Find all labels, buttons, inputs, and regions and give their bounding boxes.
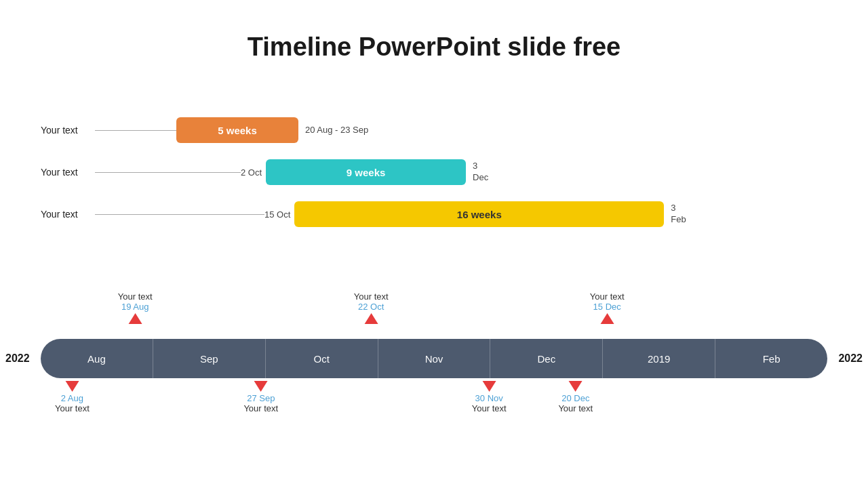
segment-dec: Dec bbox=[490, 339, 603, 378]
gantt-date-end-2: 3 Dec bbox=[473, 161, 488, 184]
triangle-down-3 bbox=[482, 381, 496, 392]
below-marker-4: 20 Dec Your text bbox=[558, 381, 593, 413]
gantt-bar-3: 16 weeks bbox=[294, 201, 664, 227]
gantt-line-3 bbox=[95, 214, 264, 215]
gantt-area: Your text 5 weeks 20 Aug - 23 Sep Your t… bbox=[41, 115, 827, 241]
segment-sep: Sep bbox=[153, 339, 266, 378]
above-marker-3: Your text 15 Dec bbox=[590, 291, 625, 324]
triangle-up-2 bbox=[364, 313, 378, 324]
gantt-label-3: Your text bbox=[41, 209, 95, 220]
triangle-down-4 bbox=[569, 381, 583, 392]
year-label-left: 2022 bbox=[5, 352, 30, 365]
below-marker-1: 2 Aug Your text bbox=[55, 381, 90, 413]
below-marker-3: 30 Nov Your text bbox=[472, 381, 507, 413]
below-marker-2: 27 Sep Your text bbox=[243, 381, 278, 413]
gantt-date-end-1: 20 Aug - 23 Sep bbox=[305, 125, 368, 136]
gantt-label-2: Your text bbox=[41, 167, 95, 178]
triangle-down-2 bbox=[254, 381, 268, 392]
segment-feb: Feb bbox=[715, 339, 827, 378]
gantt-line-1 bbox=[95, 130, 176, 131]
triangle-up-3 bbox=[600, 313, 614, 324]
gantt-row-1: Your text 5 weeks 20 Aug - 23 Sep bbox=[41, 115, 827, 145]
triangle-up-1 bbox=[128, 313, 142, 324]
year-label-right: 2022 bbox=[838, 352, 863, 365]
segment-oct: Oct bbox=[266, 339, 378, 378]
gantt-date-start-3: 15 Oct bbox=[264, 209, 290, 220]
gantt-line-2 bbox=[95, 172, 241, 173]
gantt-date-start-2: 2 Oct bbox=[241, 167, 262, 178]
above-markers: Your text 19 Aug Your text 22 Oct Your t… bbox=[41, 291, 827, 339]
segment-2019: 2019 bbox=[603, 339, 715, 378]
segment-aug: Aug bbox=[41, 339, 153, 378]
slide-title: Timeline PowerPoint slide free bbox=[0, 0, 868, 68]
gantt-label-1: Your text bbox=[41, 125, 95, 136]
below-markers: 2 Aug Your text 27 Sep Your text 30 Nov … bbox=[41, 381, 827, 428]
gantt-date-end-3: 3 Feb bbox=[671, 203, 686, 226]
timeline-bar-wrapper: 2022 Aug Sep Oct Nov Dec 2019 Feb 2022 bbox=[41, 339, 827, 378]
above-marker-2: Your text 22 Oct bbox=[354, 291, 389, 324]
timeline-bar: Aug Sep Oct Nov Dec 2019 Feb bbox=[41, 339, 827, 378]
gantt-bar-2: 9 weeks bbox=[266, 159, 466, 185]
segment-nov: Nov bbox=[378, 339, 491, 378]
gantt-row-3: Your text 15 Oct 16 weeks 3 Feb bbox=[41, 199, 827, 229]
timeline-section: Your text 19 Aug Your text 22 Oct Your t… bbox=[41, 291, 827, 428]
gantt-row-2: Your text 2 Oct 9 weeks 3 Dec bbox=[41, 157, 827, 187]
triangle-down-1 bbox=[65, 381, 79, 392]
above-marker-1: Your text 19 Aug bbox=[118, 291, 153, 324]
gantt-bar-1: 5 weeks bbox=[176, 117, 298, 143]
